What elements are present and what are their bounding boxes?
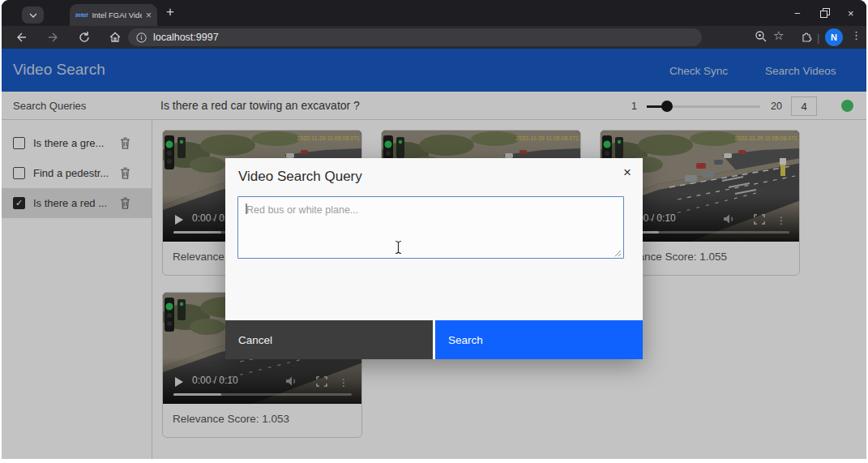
- modal-title: Video Search Query: [238, 169, 362, 185]
- screen: intel Intel FGAI Video Search × + − ×: [0, 0, 868, 463]
- reload-icon[interactable]: [78, 31, 91, 44]
- bookmark-star-icon[interactable]: ☆: [773, 28, 784, 43]
- profile-avatar[interactable]: N: [825, 28, 843, 46]
- modal-close-icon[interactable]: ×: [623, 165, 631, 181]
- cancel-button[interactable]: Cancel: [225, 320, 433, 359]
- browser-window: intel Intel FGAI Video Search × + − ×: [2, 0, 866, 459]
- forward-icon[interactable]: [47, 31, 60, 44]
- browser-tab[interactable]: intel Intel FGAI Video Search ×: [70, 4, 157, 26]
- restore-button[interactable]: [820, 0, 830, 26]
- chevron-down-icon: [29, 13, 37, 18]
- address-bar[interactable]: localhost:9997: [128, 28, 702, 46]
- tab-title: Intel FGAI Video Search: [92, 11, 142, 19]
- browser-toolbar: localhost:9997 ☆ | N ⋮: [2, 26, 866, 49]
- toolbar-divider: |: [817, 32, 819, 44]
- modal-footer: Cancel Search: [225, 320, 643, 359]
- zoom-icon[interactable]: [755, 30, 768, 43]
- browser-menu-kebab-icon[interactable]: ⋮: [851, 29, 862, 41]
- search-button[interactable]: Search: [435, 320, 643, 359]
- resize-handle-icon[interactable]: [614, 250, 622, 257]
- new-tab-button[interactable]: +: [166, 4, 174, 20]
- tab-search-button[interactable]: [22, 6, 44, 24]
- home-icon[interactable]: [109, 31, 122, 44]
- query-textarea[interactable]: [237, 196, 624, 259]
- info-icon[interactable]: [136, 32, 147, 43]
- app-page: Video Search Check Sync Search Videos Se…: [2, 49, 866, 459]
- video-search-query-modal: Video Search Query × Cancel Search: [225, 158, 643, 359]
- window-close-button[interactable]: ×: [848, 0, 854, 26]
- back-icon[interactable]: [15, 31, 28, 44]
- restore-icon: [820, 8, 830, 18]
- tab-strip: intel Intel FGAI Video Search × + − ×: [2, 0, 866, 26]
- intel-favicon-icon: intel: [75, 11, 88, 19]
- tab-close-icon[interactable]: ×: [146, 10, 152, 21]
- text-cursor-pointer: [394, 240, 403, 255]
- minimize-button[interactable]: −: [794, 0, 801, 26]
- url-text: localhost:9997: [153, 32, 219, 43]
- extensions-icon[interactable]: [801, 30, 814, 43]
- text-caret: [246, 204, 247, 214]
